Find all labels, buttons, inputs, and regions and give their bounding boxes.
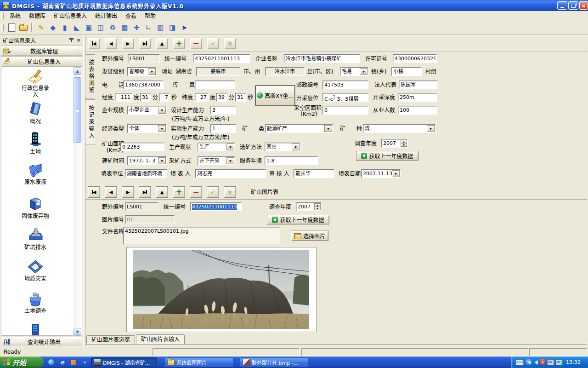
photo-fetch-prev-year-button[interactable]: 获取上一年度数据 [267,215,329,224]
menu-view[interactable]: 查看 [121,12,141,20]
file-name-input[interactable]: 4325022007LS00101.jpg [123,227,280,244]
real-cap-input[interactable]: 1 [210,124,236,133]
menu-database[interactable]: 数据库 [25,12,50,20]
nav-next-button[interactable]: ▶ [122,38,134,49]
network-icon[interactable] [547,360,554,365]
fax-input[interactable] [195,80,235,89]
exit-toolbar-button[interactable]: ➤ [179,22,190,33]
volume-icon[interactable] [534,360,538,365]
sidebar-item-land[interactable]: 土地 [3,131,68,155]
new-document-button[interactable] [6,22,17,33]
mine-class-select[interactable]: 能源矿产 [265,124,333,133]
license-input[interactable]: 4300000620321 [393,54,437,63]
sidebar-group-database[interactable]: 数据库管理 ⋮ [1,46,82,56]
built-date-select[interactable]: 1972- 1- 3 [127,156,167,165]
sidebar-scrollbar[interactable]: ▲ ▼ [74,67,81,336]
update-icon[interactable] [556,360,563,365]
photo-nav-prev-button[interactable]: ◀ [105,186,117,198]
scrollbar-thumb[interactable] [74,77,81,143]
mining-method-select[interactable]: 井下开采 [198,156,235,165]
nav-first-button[interactable]: ◀ [88,38,100,49]
chevron-down-icon[interactable] [427,125,435,132]
legal-input[interactable]: 陈国军 [399,80,437,89]
taskbar-task-screenshots-folder[interactable]: 系统截图图片 [164,357,233,367]
media-player-icon[interactable] [69,358,77,366]
menu-stats-output[interactable]: 统计输出 [91,12,121,20]
status-select[interactable]: 生产 [198,143,235,151]
scale-select[interactable]: 小型企业 [127,106,167,115]
taskbar-task-paint[interactable]: 野外版打开.bmp -... [240,357,309,367]
menu-system[interactable]: 系统 [6,12,25,20]
show-desktop-icon[interactable] [47,358,55,366]
phone-input[interactable]: 13607387000 [123,80,164,89]
lng-deg-input[interactable]: 111 [115,93,132,102]
scroll-down-button[interactable]: ▼ [74,328,81,336]
nav-last-button[interactable]: ▶ [139,38,151,49]
sidebar-item-partial[interactable] [3,323,68,335]
company-input[interactable]: 冷水江市毛易镇小横煤矿 [284,54,360,63]
nav-up-button[interactable]: ▲ [156,38,168,49]
city2-input[interactable]: 冷水江市 [265,67,305,76]
land-toolbar-button[interactable]: ▮ [59,22,70,33]
survey-year-spinner[interactable]: 2007 ▲ ▼ [381,139,408,148]
internet-explorer-icon[interactable]: e [58,358,66,366]
photo-nav-add-button[interactable]: + [173,186,185,198]
fill-unit-input[interactable]: 湖南省地质环境 [125,169,167,178]
uid-input[interactable]: 43250211001113 [193,54,250,63]
pin-button[interactable] [68,37,75,43]
waste-water-toolbar-button[interactable]: ◣ [71,22,82,33]
sidebar-item-waste-water[interactable]: 废水废液 [3,161,68,185]
sidebar-item-solid-waste[interactable]: 固体废弃物 [3,196,68,219]
choose-image-button[interactable]: 选择图片 [291,230,328,241]
taskbar-task-dmgis[interactable]: DMGIS - 湖南省矿... [91,357,157,367]
chevron-down-icon[interactable] [392,170,400,177]
lat-deg-input[interactable]: 27 [195,93,209,102]
menu-mine-info-entry[interactable]: 矿山信息录入 [50,12,91,20]
sidebar-item-overview[interactable]: 概况 [3,101,68,125]
city-input[interactable]: 娄底市 [196,67,240,76]
dressing-select[interactable]: 其它 [265,143,300,151]
lng-min-input[interactable]: 31 [140,93,151,102]
service-years-input[interactable]: 1.8 [265,156,318,165]
chevron-down-icon[interactable] [158,125,166,132]
land-survey-toolbar-button[interactable]: ▦ [119,22,130,33]
fill-person-input[interactable]: 刘志尧 [195,169,266,178]
tab-photo-input[interactable]: 矿山图片表输入 [136,334,185,344]
chevron-down-icon[interactable] [226,157,234,164]
photo-nav-delete-button[interactable]: − [190,186,202,198]
nav-confirm-button[interactable]: ✔ [207,38,219,49]
pit-drainage-toolbar-button[interactable]: ◫ [95,22,106,33]
pic-no-input[interactable]: 01 [125,215,175,224]
photo-nav-up-button[interactable]: ▲ [156,186,168,198]
flow-toolbar-button[interactable]: ✚ [131,22,142,33]
admin-entry-toolbar-button[interactable]: ✎ [35,22,46,33]
reviewer-input[interactable]: 戴长华 [294,169,334,178]
spin-down-icon[interactable]: ▼ [314,207,321,210]
sidebar-close-button[interactable]: × [75,37,82,43]
sidebar-group-query-stats[interactable]: 查询统计输出 ⋮ [1,337,82,346]
sidebar-item-pit-drainage[interactable]: 矿坑排水 [3,227,68,251]
toolbar-gripper[interactable] [1,24,4,31]
open-button[interactable] [18,22,29,33]
photo-nav-next-button[interactable]: ▶ [122,186,134,198]
buildings-toolbar-button[interactable]: ▥ [155,22,166,33]
cert-level-select[interactable]: 省部级 [127,67,157,76]
scroll-up-button[interactable]: ▲ [74,67,81,75]
quick-launch-overflow[interactable]: » [81,358,89,366]
zip-input[interactable]: 417503 [322,80,368,89]
nav-cancel-button[interactable]: ✖ [224,38,236,49]
sidebar-item-admin-entry[interactable]: 行政信息录 入 [3,69,68,98]
chevron-down-icon[interactable] [148,68,156,75]
lat-min-input[interactable]: 39 [216,93,227,102]
tab-input-by-record[interactable]: 按记录输入 [85,99,95,144]
town-input[interactable]: 小横 [391,67,422,76]
box-toolbar-button[interactable]: ◨ [167,22,178,33]
column-toolbar-button[interactable]: ∟ [143,22,154,33]
geo-hazard-toolbar-button[interactable]: ♻ [107,22,118,33]
tab-browse-by-table[interactable]: 按表格浏览 [85,54,95,98]
nav-prev-button[interactable]: ◀ [105,38,117,49]
mine-kind-select[interactable]: 煤 [363,124,435,133]
minimize-button[interactable] [557,1,567,10]
econ-select[interactable]: 个体 [127,124,167,133]
chevron-down-icon[interactable] [324,125,332,132]
